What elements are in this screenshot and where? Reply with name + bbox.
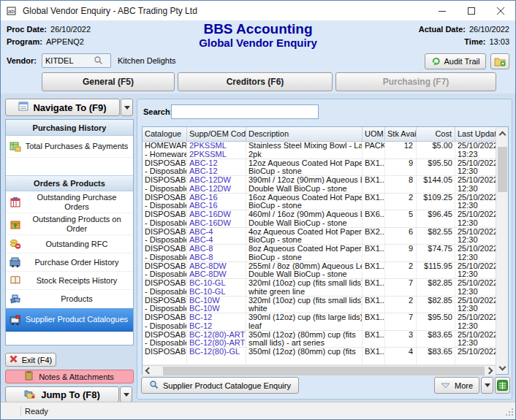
sidebar-item-purchase-order-history[interactable]: Purchase Order History: [6, 253, 133, 272]
status-text: Ready: [25, 407, 48, 416]
sidebar-item-outstanding-rfc[interactable]: Outstanding RFC: [6, 235, 133, 253]
cell-uom: BX6...: [363, 210, 385, 227]
exit-x-icon: [10, 355, 18, 364]
resize-grip[interactable]: [505, 408, 514, 418]
catalogue-table: CatalogueSupp/OEM CodeDescriptionUOMStk …: [142, 126, 509, 375]
sidebar-item-label: Purchase Order History: [35, 258, 119, 267]
column-header-supp-oem-code[interactable]: Supp/OEM Code: [187, 127, 246, 141]
sidebar-item-total-purchases-payments[interactable]: Total Purchases & Payments: [6, 136, 133, 158]
sidebar-item-supplier-product-catalogues[interactable]: Supplier Product Catalogues: [6, 308, 133, 332]
search-input[interactable]: [171, 104, 319, 119]
vendor-search-icon[interactable]: [94, 56, 103, 66]
cell-oem-code[interactable]: ABC-8DWABC-8DW: [187, 262, 246, 279]
vendor-code-input[interactable]: [42, 56, 94, 65]
cell-catalogue: DISPOSABLE- Disposable: [143, 297, 187, 313]
table-row[interactable]: DISPOSABLE- DisposableABC-12ABC-1212oz A…: [143, 159, 496, 177]
tab-general[interactable]: General (F5): [42, 72, 175, 91]
svg-text:ab: ab: [8, 8, 15, 15]
cell-last-updated: 25/10/202212:30: [455, 210, 496, 227]
cell-oem-code[interactable]: ABC-16ABC-16: [187, 194, 246, 210]
table-row[interactable]: DISPOSABLE- DisposableBC-12BC-12390ml (1…: [143, 313, 496, 331]
cell-oem-code[interactable]: ABC-12ABC-12: [187, 159, 246, 176]
sidebar-item-stock-receipts-history[interactable]: Stock Receipts History: [6, 272, 133, 290]
status-divider: [20, 406, 21, 416]
exit-button[interactable]: Exit (F4): [5, 353, 56, 367]
table-row[interactable]: DISPOSABLEBC-12(80)-GL350ml (12oz) (80mm…: [143, 348, 496, 365]
tab-creditors[interactable]: Creditors (F6): [178, 72, 333, 91]
attach-folder-button[interactable]: [490, 53, 509, 69]
cell-last-updated: 25/10/2022: [455, 348, 496, 364]
column-header-stk-avail[interactable]: Stk Avail: [385, 127, 417, 141]
table-row[interactable]: DISPOSABLE- DisposableABC-16ABC-1616oz A…: [143, 194, 496, 211]
vertical-scrollbar[interactable]: [496, 127, 508, 374]
table-row[interactable]: DISPOSABLE- DisposableBC-10WBC-10W320ml …: [143, 297, 496, 314]
notes-attachments-button[interactable]: Notes & Attachments: [5, 370, 134, 383]
column-header-description[interactable]: Description: [246, 127, 363, 141]
vertical-scroll-thumb[interactable]: [498, 147, 507, 192]
sidebar-item-label: Outstanding Products on Order: [25, 215, 129, 234]
column-header-last-updated[interactable]: Last Updated: [455, 127, 496, 141]
scroll-down-arrow-icon[interactable]: [496, 362, 509, 374]
cell-oem-code[interactable]: BC-10-GLBC-10-GL: [187, 279, 246, 296]
cell-oem-code[interactable]: ABC-12DWABC-12DW: [187, 176, 246, 193]
supplier-product-catalogue-enquiry-button[interactable]: Supplier Product Catalogue Enquiry: [141, 377, 299, 394]
recycle-icon: [431, 56, 441, 67]
cell-description: 16oz Aqueous Coated Hot PaperBioCup - st…: [246, 194, 363, 210]
sidebar-section-header-purchasing-history: Purchasing History: [6, 120, 133, 136]
cell-uom: PACK: [363, 142, 385, 159]
scroll-right-arrow-icon[interactable]: [485, 366, 496, 376]
column-header-catalogue[interactable]: Catalogue: [143, 127, 187, 141]
cell-oem-code[interactable]: BC-12BC-12: [187, 313, 246, 330]
cell-oem-code[interactable]: BC-12(80)-ARTBC-12(80)-ART: [187, 331, 246, 348]
column-header-cost[interactable]: Cost: [417, 127, 455, 141]
navigate-dropdown-button[interactable]: [121, 99, 133, 116]
scroll-left-arrow-icon[interactable]: [143, 366, 153, 376]
cell-oem-code[interactable]: BC-10WBC-10W: [187, 297, 246, 313]
horizontal-scroll-thumb[interactable]: [163, 367, 485, 375]
more-button[interactable]: More: [434, 377, 479, 394]
table-row[interactable]: DISPOSABLE- DisposableBC-12(80)-ARTBC-12…: [143, 331, 496, 348]
catalogue-panel: Search: CatalogueSupp/OEM CodeDescriptio…: [137, 99, 512, 400]
table-row[interactable]: DISPOSABLE- DisposableABC-16DWABC-16DW46…: [143, 210, 496, 228]
table-row[interactable]: DISPOSABLE- DisposableBC-10-GLBC-10-GL32…: [143, 279, 496, 297]
cell-description: 320ml (10oz) cup (fits small lids) -whit…: [246, 279, 363, 296]
cell-oem-code[interactable]: ABC-4ABC-4: [187, 228, 246, 245]
cell-last-updated: 25/10/202212:30: [455, 279, 496, 296]
sidebar-item-outstanding-products-on-order[interactable]: Outstanding Products on Order: [6, 213, 133, 235]
table-row[interactable]: DISPOSABLE- DisposableABC-8ABC-88oz Aque…: [143, 245, 496, 262]
sidebar-item-label: Stock Receipts History: [37, 276, 118, 286]
cell-description: 12oz Aqueous Coated Hot PaperBioCup - st…: [246, 159, 363, 176]
time-label: Time:: [464, 37, 485, 46]
scroll-up-arrow-icon[interactable]: [496, 127, 509, 140]
navigate-to-label: Navigate To (F9): [33, 102, 106, 113]
audit-trail-button[interactable]: Audit Trail: [425, 53, 486, 69]
horizontal-scrollbar[interactable]: [143, 365, 496, 375]
jump-to-button[interactable]: Jump To (F8): [5, 386, 119, 402]
cell-oem-code[interactable]: ABC-16DWABC-16DW: [187, 210, 246, 227]
table-row[interactable]: HOMEWARES- Homewares2PKSSML2PKSSMLStainl…: [143, 142, 496, 159]
sidebar-item-outstanding-purchase-orders[interactable]: Outstanding Purchase Orders: [6, 191, 133, 213]
table-row[interactable]: DISPOSABLE- DisposableABC-12DWABC-12DW39…: [143, 176, 496, 194]
maximize-button[interactable]: [457, 1, 486, 20]
close-button[interactable]: [486, 1, 515, 20]
cell-stk-avail: 2: [385, 297, 417, 313]
cell-description: Stainless Steel Mixing Bowl - Large2pk: [246, 142, 363, 159]
more-dropdown-button[interactable]: [481, 377, 493, 394]
table-row[interactable]: DISPOSABLE- DisposableABC-8DWABC-8DW255m…: [143, 262, 496, 280]
table-row[interactable]: DISPOSABLE- DisposableABC-4ABC-44oz Aque…: [143, 228, 496, 245]
cell-oem-code[interactable]: BC-12(80)-GL: [187, 348, 246, 364]
navigate-to-button[interactable]: Navigate To (F9): [5, 99, 120, 116]
tab-purchasing[interactable]: Purchasing (F7): [335, 72, 496, 91]
minimize-button[interactable]: [428, 1, 457, 20]
window-title: Global Vendor Enquiry - ABC Trading Pty …: [23, 6, 428, 16]
excel-export-button[interactable]: [495, 377, 510, 394]
jump-dropdown-button[interactable]: [120, 386, 132, 402]
cell-oem-code[interactable]: 2PKSSML2PKSSML: [187, 142, 246, 159]
chevron-down-icon: [441, 381, 450, 390]
cell-catalogue: DISPOSABLE: [143, 348, 187, 364]
column-header-uom[interactable]: UOM: [363, 127, 385, 141]
cell-catalogue: DISPOSABLE- Disposable: [143, 159, 187, 176]
sidebar-item-products[interactable]: Products: [6, 290, 133, 308]
cell-oem-code[interactable]: ABC-8ABC-8: [187, 245, 246, 261]
cell-stk-avail: 8: [385, 176, 417, 193]
